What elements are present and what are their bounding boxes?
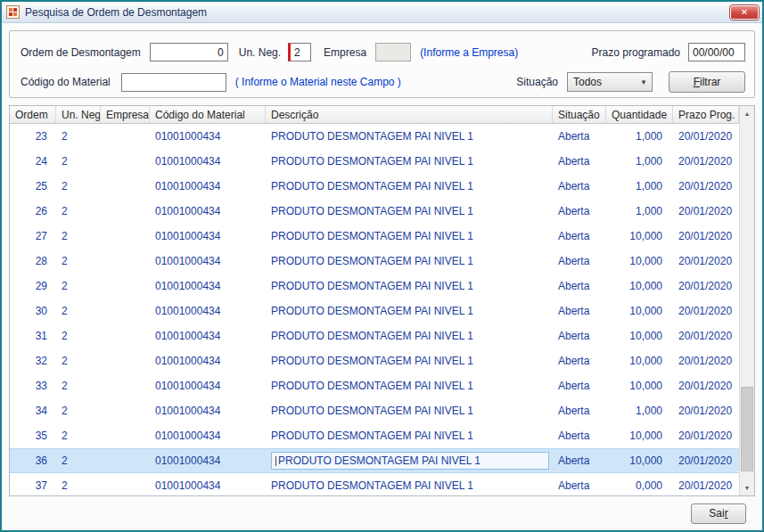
cell-quantidade: 10,000 — [606, 355, 673, 367]
table-row[interactable]: 30 2 01001000434 PRODUTO DESMONTAGEM PAI… — [10, 299, 739, 323]
situacao-select[interactable]: Todos ▼ — [567, 72, 653, 92]
table-row[interactable]: 24 2 01001000434 PRODUTO DESMONTAGEM PAI… — [10, 149, 739, 174]
cell-descricao: PRODUTO DESMONTAGEM PAI NIVEL 1 — [266, 130, 553, 143]
vertical-scrollbar[interactable]: ▲ ▼ — [739, 106, 754, 495]
cell-descricao: PRODUTO DESMONTAGEM PAI NIVEL 1 — [266, 155, 553, 168]
table-main: Ordem Un. Neg. Empresa Código do Materia… — [10, 106, 739, 495]
table-row[interactable]: 26 2 01001000434 PRODUTO DESMONTAGEM PAI… — [10, 199, 739, 224]
scrollbar-track[interactable] — [740, 121, 754, 480]
cell-un-neg: 2 — [56, 205, 101, 217]
cell-codigo: 01001000434 — [150, 155, 266, 168]
cell-codigo: 01001000434 — [150, 280, 266, 292]
cell-un-neg: 2 — [56, 430, 101, 442]
cell-quantidade: 1,000 — [606, 205, 673, 217]
cell-codigo: 01001000434 — [150, 305, 266, 317]
column-header-descricao[interactable]: Descrição — [266, 106, 553, 123]
codigo-input[interactable] — [121, 73, 226, 92]
cell-prazo: 20/01/2020 — [673, 230, 739, 242]
un-neg-input[interactable] — [288, 43, 311, 61]
cell-ordem: 31 — [10, 330, 56, 342]
table-row[interactable]: 31 2 01001000434 PRODUTO DESMONTAGEM PAI… — [10, 323, 739, 348]
prazo-input[interactable] — [688, 43, 745, 61]
scrollbar-thumb[interactable] — [741, 387, 753, 471]
scroll-up-icon[interactable]: ▲ — [740, 106, 754, 121]
cell-quantidade: 1,000 — [606, 130, 673, 143]
sair-label-pre: Sai — [709, 507, 724, 520]
cell-codigo: 01001000434 — [150, 479, 266, 492]
table-row[interactable]: 32 2 01001000434 PRODUTO DESMONTAGEM PAI… — [10, 348, 739, 373]
cell-quantidade: 1,000 — [606, 155, 673, 168]
table-row[interactable]: 23 2 01001000434 PRODUTO DESMONTAGEM PAI… — [10, 124, 739, 149]
descricao-text: PRODUTO DESMONTAGEM PAI NIVEL 1 — [271, 155, 473, 168]
cell-un-neg: 2 — [56, 180, 101, 192]
cell-codigo: 01001000434 — [150, 454, 266, 467]
cell-prazo: 20/01/2020 — [673, 280, 739, 292]
cell-quantidade: 10,000 — [606, 380, 673, 392]
cell-situacao: Aberta — [553, 305, 606, 317]
cell-situacao: Aberta — [553, 205, 606, 217]
table-row[interactable]: 35 2 01001000434 PRODUTO DESMONTAGEM PAI… — [10, 423, 739, 448]
scroll-down-icon[interactable]: ▼ — [740, 480, 754, 495]
cell-prazo: 20/01/2020 — [673, 405, 739, 417]
filtrar-button[interactable]: Filtrar — [669, 71, 745, 93]
sair-button[interactable]: Sair — [691, 503, 746, 524]
table-row[interactable]: 37 2 01001000434 PRODUTO DESMONTAGEM PAI… — [10, 473, 739, 495]
ordem-input[interactable] — [150, 43, 228, 61]
cell-quantidade: 10,000 — [606, 280, 673, 292]
descricao-text: PRODUTO DESMONTAGEM PAI NIVEL 1 — [271, 405, 473, 417]
cell-descricao: PRODUTO DESMONTAGEM PAI NIVEL 1 — [266, 452, 553, 470]
cell-un-neg: 2 — [56, 130, 101, 143]
descricao-text: PRODUTO DESMONTAGEM PAI NIVEL 1 — [271, 355, 473, 367]
cell-prazo: 20/01/2020 — [673, 305, 739, 317]
descricao-text: PRODUTO DESMONTAGEM PAI NIVEL 1 — [271, 130, 473, 143]
cell-codigo: 01001000434 — [150, 180, 266, 192]
cell-descricao: PRODUTO DESMONTAGEM PAI NIVEL 1 — [266, 430, 553, 442]
cell-descricao: PRODUTO DESMONTAGEM PAI NIVEL 1 — [266, 255, 553, 267]
table-row[interactable]: 29 2 01001000434 PRODUTO DESMONTAGEM PAI… — [10, 274, 739, 299]
column-header-quantidade[interactable]: Quantidade — [606, 106, 673, 123]
cell-un-neg: 2 — [56, 355, 101, 367]
close-button[interactable]: ✕ — [730, 5, 759, 20]
table-row[interactable]: 34 2 01001000434 PRODUTO DESMONTAGEM PAI… — [10, 398, 739, 423]
cell-prazo: 20/01/2020 — [673, 380, 739, 392]
cell-prazo: 20/01/2020 — [673, 180, 739, 192]
cell-descricao: PRODUTO DESMONTAGEM PAI NIVEL 1 — [266, 380, 553, 392]
cell-ordem: 23 — [10, 130, 56, 143]
empresa-input[interactable] — [375, 43, 411, 61]
column-header-un-neg[interactable]: Un. Neg. — [56, 106, 101, 123]
situacao-group: Situação Todos ▼ Filtrar — [516, 71, 745, 93]
table-row[interactable]: 33 2 01001000434 PRODUTO DESMONTAGEM PAI… — [10, 373, 739, 398]
cell-quantidade: 10,000 — [606, 330, 673, 342]
form-row-2: Código do Material ( Informe o Material … — [21, 71, 745, 93]
descricao-text: PRODUTO DESMONTAGEM PAI NIVEL 1 — [271, 430, 473, 442]
column-header-ordem[interactable]: Ordem — [10, 106, 56, 123]
column-header-situacao[interactable]: Situação — [553, 106, 606, 123]
cell-un-neg: 2 — [56, 405, 101, 417]
column-header-codigo[interactable]: Código do Material — [150, 106, 266, 123]
table-row[interactable]: 28 2 01001000434 PRODUTO DESMONTAGEM PAI… — [10, 249, 739, 274]
empresa-label: Empresa — [324, 46, 366, 59]
table-row[interactable]: 27 2 01001000434 PRODUTO DESMONTAGEM PAI… — [10, 224, 739, 249]
cell-quantidade: 1,000 — [606, 405, 673, 417]
cell-situacao: Aberta — [553, 454, 606, 467]
cell-descricao: PRODUTO DESMONTAGEM PAI NIVEL 1 — [266, 180, 553, 192]
cell-prazo: 20/01/2020 — [673, 355, 739, 367]
cell-un-neg: 2 — [56, 230, 101, 242]
descricao-text: PRODUTO DESMONTAGEM PAI NIVEL 1 — [271, 180, 473, 192]
cell-descricao: PRODUTO DESMONTAGEM PAI NIVEL 1 — [266, 355, 553, 367]
cell-quantidade: 10,000 — [606, 255, 673, 267]
cell-un-neg: 2 — [56, 155, 101, 168]
cell-descricao: PRODUTO DESMONTAGEM PAI NIVEL 1 — [266, 205, 553, 217]
empresa-hint: (Informe a Empresa) — [420, 46, 518, 59]
column-header-empresa[interactable]: Empresa — [101, 106, 150, 123]
cell-ordem: 33 — [10, 380, 56, 392]
situacao-value: Todos — [573, 76, 636, 88]
cell-ordem: 26 — [10, 205, 56, 217]
table-row[interactable]: 25 2 01001000434 PRODUTO DESMONTAGEM PAI… — [10, 174, 739, 199]
cell-ordem: 32 — [10, 355, 56, 367]
descricao-text: PRODUTO DESMONTAGEM PAI NIVEL 1 — [271, 280, 473, 292]
column-header-prazo-prog[interactable]: Prazo Prog. — [673, 106, 739, 123]
cell-ordem: 37 — [10, 479, 56, 492]
titlebar: Pesquisa de Ordem de Desmontagem ✕ — [2, 2, 762, 23]
table-row[interactable]: 36 2 01001000434 PRODUTO DESMONTAGEM PAI… — [10, 448, 739, 473]
